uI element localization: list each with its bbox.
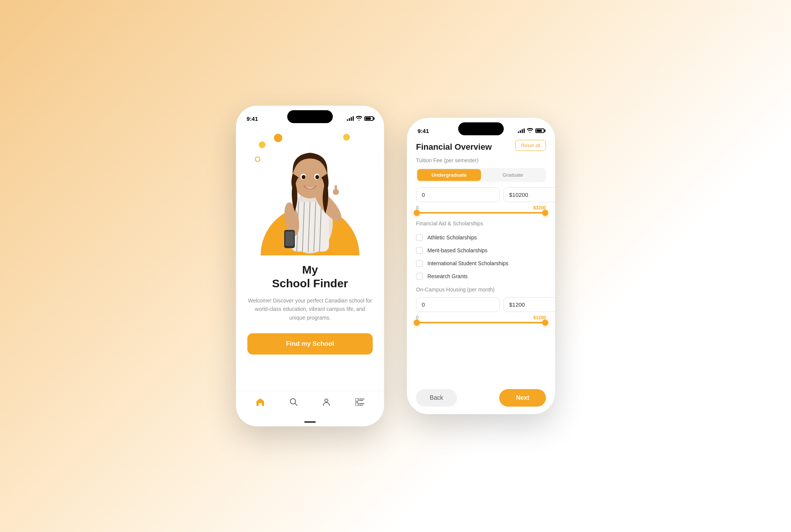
dynamic-island-left [287,110,333,123]
svg-rect-20 [355,398,358,401]
back-button[interactable]: Back [416,389,457,407]
nav-item-profile[interactable] [316,396,337,410]
left-phone-content: My School Finder Welcome! Discover your … [236,126,384,426]
svg-rect-10 [285,231,294,246]
svg-point-15 [315,175,319,179]
screen-title: Financial Overview [416,142,492,152]
checkbox-athletic[interactable] [416,234,423,241]
tab-graduate[interactable]: Graduate [481,169,545,181]
tuition-slider-labels: 0 $3200 [416,205,546,211]
title-row: Financial Overview Reset all [416,138,546,152]
app-subtitle: Welcome! Discover your perfect Canadian … [247,296,373,322]
tuition-min-input[interactable] [416,187,500,202]
svg-rect-23 [355,403,358,406]
housing-max-input[interactable] [503,297,555,312]
checkbox-row-athletic[interactable]: Athletic Scholarships [416,231,546,244]
checkbox-label-athletic: Athletic Scholarships [427,234,477,241]
bottom-actions: Back Next [416,384,546,414]
find-school-button[interactable]: Find my School [247,333,373,355]
decorative-dot-1 [259,141,266,148]
housing-slider-track[interactable] [416,322,546,323]
search-icon [290,398,298,408]
app-title: My School Finder [247,263,373,290]
status-time-left: 9:41 [247,116,258,122]
housing-range-inputs [416,297,546,312]
phone-left: 9:41 [236,106,384,426]
housing-label: On-Campus Housing (per month) [416,287,546,293]
next-button[interactable]: Next [499,389,546,407]
signal-icon-right [518,128,525,133]
status-icons-left [347,116,373,122]
svg-point-19 [325,399,328,402]
tuition-max-input[interactable] [503,187,555,202]
left-text-section: My School Finder Welcome! Discover your … [236,255,384,391]
tuition-label: Tuition Fee (per semester) [416,157,546,163]
hero-person-illustration [268,136,352,250]
checkbox-row-research[interactable]: Research Grants [416,270,546,283]
checkbox-label-research: Research Grants [427,273,468,279]
checkbox-label-international: International Student Scholarships [427,260,508,266]
wifi-icon-right [527,128,533,134]
battery-icon-left [364,116,373,121]
dynamic-island-right [458,122,504,135]
scholarships-label: Financial Aid & Scholarships [416,220,546,226]
nav-item-browse[interactable] [349,397,370,410]
housing-slider-thumb-left[interactable] [414,320,420,326]
tuition-range-inputs [416,187,546,202]
tuition-slider-track[interactable] [416,212,546,214]
nav-item-home[interactable] [250,396,271,410]
signal-icon [347,116,354,121]
nav-item-search[interactable] [283,396,304,410]
list-icon [355,398,364,408]
home-icon [256,398,265,408]
battery-icon-right [535,128,544,133]
status-time-right: 9:41 [418,128,429,134]
checkbox-row-merit[interactable]: Merit-based Scholarships [416,244,546,257]
hero-section [236,126,384,255]
tuition-slider-thumb-left[interactable] [414,210,420,216]
svg-point-14 [302,175,305,179]
user-icon [322,398,331,408]
tuition-tab-row: Undergraduate Graduate [416,168,546,182]
wifi-icon [356,116,362,122]
status-icons-right [518,128,544,134]
phone-right: 9:41 [407,118,555,414]
tuition-slider-thumb-right[interactable] [542,210,548,216]
checkbox-label-merit: Merit-based Scholarships [427,247,487,253]
phones-container: 9:41 [236,106,555,426]
housing-slider-labels: 0 $1200 [416,315,546,320]
svg-rect-17 [335,185,337,193]
right-phone-content: Financial Overview Reset all Tuition Fee… [407,138,555,414]
bottom-nav [236,391,384,421]
tuition-slider-fill [416,212,546,214]
checkbox-merit[interactable] [416,247,423,254]
tab-undergraduate[interactable]: Undergraduate [417,169,481,181]
checkbox-international[interactable] [416,260,423,267]
decorative-dot-4 [255,157,260,162]
housing-min-input[interactable] [416,297,500,312]
housing-slider-fill [416,322,546,323]
checkbox-row-international[interactable]: International Student Scholarships [416,257,546,270]
reset-all-button[interactable]: Reset all [515,140,546,151]
checkbox-research[interactable] [416,273,423,280]
housing-slider-thumb-right[interactable] [542,320,548,326]
